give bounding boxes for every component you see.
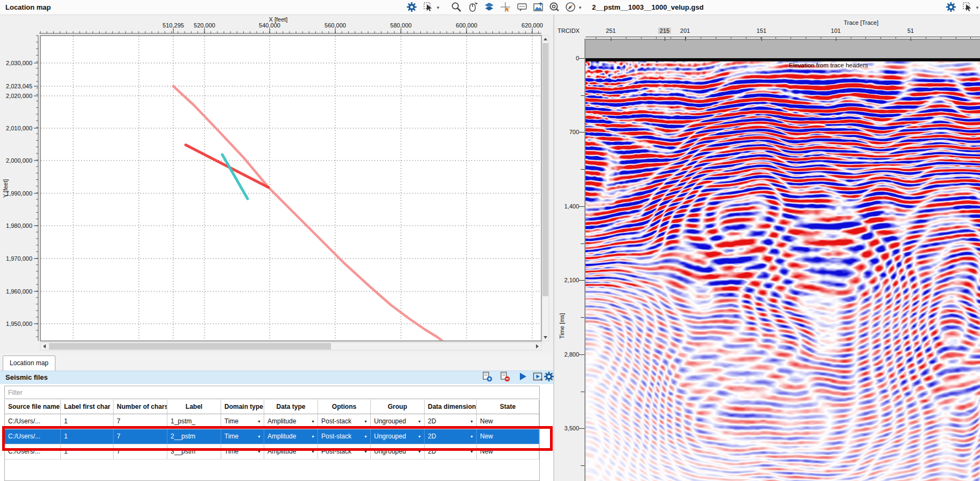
crosshair-icon[interactable] — [500, 2, 512, 13]
dropdown-caret-icon[interactable]: ▼ — [257, 414, 261, 429]
table-cell[interactable]: 1 — [61, 414, 114, 429]
dropdown-caret-icon[interactable]: ▼ — [364, 429, 368, 444]
cell-text: 2D — [428, 448, 436, 455]
dropdown-caret-icon[interactable]: ▼ — [470, 414, 474, 429]
dropdown-cell[interactable]: 2D▼ — [425, 444, 477, 459]
main-toolbar: Location map 2__pstm__1003__1000_velup.g… — [0, 0, 980, 15]
dropdown-caret-icon[interactable]: ▼ — [470, 444, 474, 459]
time-major-tick — [579, 428, 584, 429]
compass-icon[interactable] — [565, 2, 577, 13]
dropdown-cell[interactable]: Ungrouped▼ — [371, 429, 425, 444]
table-cell[interactable]: New — [477, 444, 539, 459]
table-row[interactable]: C:/Users/...173__pstmTime▼Amplitude▼Post… — [5, 444, 539, 459]
column-header-5: Data type — [264, 400, 318, 414]
layers-icon[interactable] — [484, 2, 496, 13]
map-x-tick-label: 580,000 — [390, 22, 412, 29]
dropdown-caret-icon[interactable]: ▼ — [364, 414, 368, 429]
mouse-icon[interactable] — [468, 2, 480, 13]
column-header-1: Label first char — [61, 400, 114, 414]
cell-text: Time — [224, 448, 238, 455]
map-tab-bar: Location map — [0, 353, 553, 371]
map-plot-area[interactable] — [40, 36, 541, 341]
map-v-scrollbar-thumb[interactable] — [542, 43, 548, 296]
dropdown-caret-icon[interactable]: ▼ — [311, 444, 315, 459]
table-cell[interactable]: C:/Users/... — [5, 444, 61, 459]
table-cell[interactable]: C:/Users/... — [5, 429, 61, 444]
table-row[interactable]: C:/Users/...171_pstm_Time▼Amplitude▼Post… — [5, 414, 539, 429]
dropdown-caret-icon[interactable]: ▼ — [418, 444, 421, 459]
time-medium-tick — [581, 465, 584, 466]
dropdown-caret-icon[interactable]: ▼ — [436, 5, 441, 11]
cell-text: 2D — [428, 417, 436, 425]
dropdown-cell[interactable]: Ungrouped▼ — [371, 444, 425, 459]
dropdown-cell[interactable]: Post-stack▼ — [318, 429, 371, 444]
map-y-tick-label: 1,950,000 — [6, 320, 32, 327]
dropdown-cell[interactable]: Time▼ — [221, 414, 264, 429]
dropdown-cell[interactable]: Post-stack▼ — [318, 414, 371, 429]
dropdown-caret-icon[interactable]: ▼ — [257, 429, 261, 444]
cell-text: Amplitude — [267, 417, 296, 425]
filter-input[interactable] — [4, 386, 540, 399]
dropdown-cell[interactable]: Ungrouped▼ — [371, 414, 425, 429]
dropdown-caret-icon[interactable]: ▼ — [418, 429, 421, 444]
tooltip-icon[interactable] — [517, 2, 528, 13]
trace-minor-tick — [596, 37, 596, 39]
dropdown-caret-icon[interactable]: ▼ — [257, 444, 261, 459]
table-cell[interactable]: 3__pstm — [167, 444, 221, 459]
table-cell[interactable]: 1_pstm_ — [167, 414, 221, 429]
dropdown-cell[interactable]: Amplitude▼ — [264, 429, 318, 444]
select-mode-icon[interactable] — [423, 2, 435, 13]
trace-tick-label: 101 — [831, 27, 841, 34]
table-cell[interactable]: 7 — [114, 414, 167, 429]
table-cell[interactable]: 1 — [61, 429, 114, 444]
dropdown-cell[interactable]: Amplitude▼ — [264, 414, 318, 429]
trace-minor-tick — [686, 37, 686, 39]
dropdown-cell[interactable]: 2D▼ — [425, 429, 477, 444]
seismic-section-image[interactable] — [586, 61, 980, 481]
trace-minor-tick — [701, 37, 701, 39]
cell-text: Label first char — [64, 403, 110, 410]
dropdown-cell[interactable]: Post-stack▼ — [318, 444, 371, 459]
map-y-axis-title: Y [feet] — [2, 179, 9, 198]
dropdown-caret-icon[interactable]: ▼ — [470, 429, 474, 444]
run-in-window-icon[interactable] — [532, 371, 544, 383]
dropdown-caret-icon[interactable]: ▼ — [311, 414, 315, 429]
dropdown-cell[interactable]: Time▼ — [221, 429, 264, 444]
remove-file-icon[interactable] — [499, 371, 511, 383]
table-cell[interactable]: 7 — [114, 444, 167, 459]
time-axis-title: Time [ms] — [559, 309, 565, 343]
snapshot-icon[interactable] — [533, 2, 545, 13]
dropdown-cell[interactable]: Time▼ — [221, 444, 264, 459]
dropdown-caret-icon[interactable]: ▼ — [311, 429, 315, 444]
trace-minor-tick — [956, 37, 956, 39]
dropdown-cell[interactable]: Amplitude▼ — [264, 444, 318, 459]
table-cell[interactable]: 7 — [114, 429, 167, 444]
dropdown-caret-icon[interactable]: ▼ — [975, 5, 980, 11]
time-major-tick — [579, 280, 584, 281]
map-x-tick-label: 510,295 — [163, 22, 184, 29]
dropdown-caret-icon[interactable]: ▼ — [364, 444, 368, 459]
table-row[interactable]: C:/Users/...172__pstmTime▼Amplitude▼Post… — [5, 429, 539, 444]
settings-gear-icon[interactable] — [946, 2, 957, 13]
cell-text: C:/Users/... — [8, 448, 40, 455]
dropdown-cell[interactable]: 2D▼ — [425, 414, 477, 429]
table-cell[interactable]: C:/Users/... — [5, 414, 61, 429]
dropdown-caret-icon[interactable]: ▼ — [418, 414, 421, 429]
map-h-scrollbar-thumb[interactable] — [49, 343, 331, 350]
location-map-plot[interactable]: 510,295520,000540,000560,000580,000600,0… — [0, 15, 553, 355]
dropdown-caret-icon[interactable]: ▼ — [578, 5, 583, 11]
select-mode-icon[interactable] — [962, 2, 974, 13]
settings-gear-icon[interactable] — [544, 371, 555, 383]
table-cell[interactable]: 1 — [61, 444, 114, 459]
zoom-region-icon[interactable] — [549, 2, 561, 13]
zoom-icon[interactable] — [451, 2, 463, 13]
table-cell[interactable]: New — [477, 414, 539, 429]
table-cell[interactable]: 2__pstm — [167, 429, 221, 444]
cell-text: New — [480, 433, 493, 440]
trace-major-tick — [665, 37, 665, 41]
tab-location-map[interactable]: Location map — [3, 355, 55, 371]
run-icon[interactable] — [517, 371, 529, 383]
add-file-icon[interactable] — [482, 371, 493, 383]
table-cell[interactable]: New — [477, 429, 539, 444]
settings-gear-icon[interactable] — [406, 2, 418, 13]
